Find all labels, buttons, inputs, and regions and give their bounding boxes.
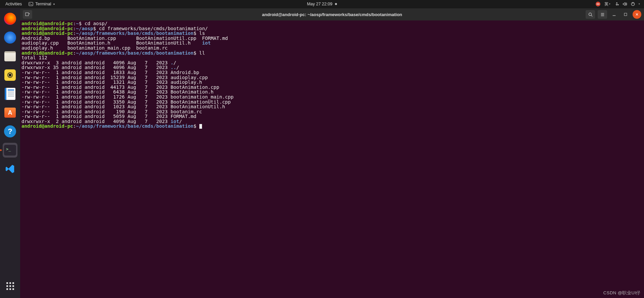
svg-point-4 [589, 13, 591, 15]
dock-item-software[interactable] [3, 105, 17, 120]
svg-rect-7 [624, 13, 627, 16]
titlebar: android@android-pc: ~/aosp/frameworks/ba… [20, 8, 644, 20]
chevron-down-icon: ▾ [639, 3, 640, 5]
show-applications-button[interactable] [3, 279, 17, 293]
clock[interactable]: May 27 22:09 [307, 2, 337, 6]
input-method-indicator[interactable]: 英 ▾ [604, 1, 610, 7]
power-icon [631, 2, 635, 6]
svg-rect-3 [26, 13, 29, 16]
dock-item-vscode[interactable] [3, 162, 17, 176]
dock-item-thunderbird[interactable] [3, 30, 17, 45]
files-icon [4, 51, 16, 61]
new-tab-button[interactable] [23, 10, 32, 19]
dock-item-firefox[interactable] [3, 11, 17, 26]
svg-line-5 [591, 15, 592, 16]
ubuntu-dock: ? >_ [0, 8, 20, 298]
svg-rect-0 [29, 2, 33, 6]
chevron-down-icon: ▾ [609, 3, 610, 5]
terminal-small-icon [29, 2, 33, 6]
terminal-window: android@android-pc: ~/aosp/frameworks/ba… [20, 8, 644, 298]
notification-dot-icon [335, 3, 337, 5]
window-title: android@android-pc: ~/aosp/frameworks/ba… [262, 12, 402, 17]
help-icon: ? [4, 125, 16, 137]
dock-item-files[interactable] [3, 49, 17, 64]
system-status-area[interactable]: ▾ [614, 2, 640, 6]
terminal-icon: >_ [4, 145, 16, 156]
clock-text: May 27 22:09 [307, 2, 333, 6]
hamburger-menu-button[interactable] [598, 10, 607, 19]
maximize-button[interactable] [621, 10, 630, 19]
minimize-button[interactable] [610, 10, 618, 19]
volume-icon [623, 2, 627, 6]
app-menu-label: Terminal [35, 2, 51, 6]
network-icon [614, 2, 619, 6]
ime-label: 英 [604, 1, 608, 7]
terminal-content[interactable]: android@android-pc:~$ cd aosp/ android@a… [20, 20, 644, 298]
dock-item-rhythmbox[interactable] [3, 68, 17, 82]
firefox-icon [4, 13, 16, 25]
do-not-disturb-icon[interactable] [596, 2, 600, 6]
rhythmbox-icon [4, 69, 16, 81]
dock-item-writer[interactable] [3, 86, 17, 101]
ubuntu-software-icon [4, 108, 16, 118]
chevron-down-icon: ▾ [53, 3, 55, 6]
watermark: CSDN @职业UI仔 [603, 290, 641, 296]
search-button[interactable] [586, 10, 595, 19]
thunderbird-icon [4, 32, 16, 44]
activities-button[interactable]: Activities [3, 1, 24, 7]
dock-item-help[interactable]: ? [3, 124, 17, 139]
writer-icon [5, 88, 15, 100]
gnome-top-panel: Activities Terminal ▾ May 27 22:09 英 ▾ [0, 0, 644, 8]
app-menu-button[interactable]: Terminal ▾ [26, 1, 57, 7]
apps-grid-icon [6, 282, 14, 290]
dock-item-terminal[interactable]: >_ [3, 143, 17, 158]
close-button[interactable] [633, 10, 641, 19]
vscode-icon [4, 163, 16, 175]
